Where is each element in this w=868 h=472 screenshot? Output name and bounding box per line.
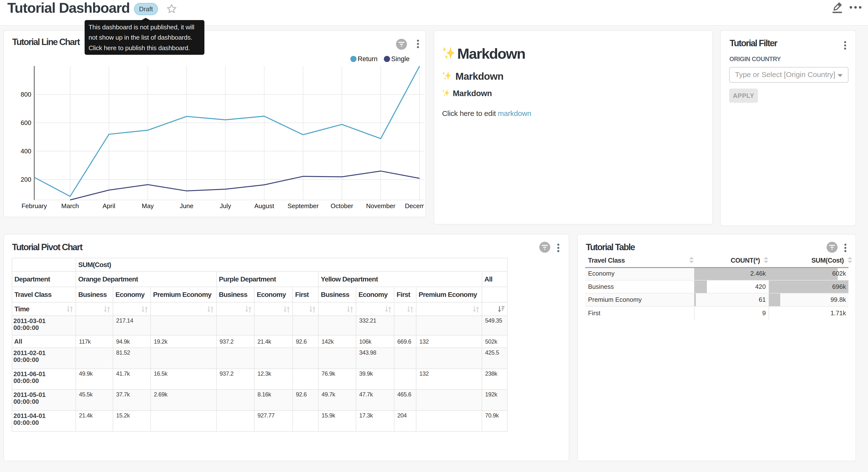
svg-text:September: September (287, 202, 319, 210)
svg-text:July: July (220, 202, 231, 210)
svg-text:June: June (180, 202, 193, 210)
svg-text:200: 200 (21, 176, 31, 183)
svg-text:April: April (102, 202, 115, 210)
svg-text:March: March (61, 202, 79, 210)
svg-text:Single: Single (391, 55, 409, 63)
svg-text:800: 800 (21, 91, 31, 98)
svg-text:Return: Return (358, 55, 377, 63)
svg-text:May: May (142, 202, 154, 210)
svg-text:February: February (22, 202, 47, 210)
svg-text:600: 600 (21, 119, 31, 126)
svg-text:October: October (331, 202, 353, 210)
svg-text:August: August (254, 202, 274, 210)
svg-text:December: December (405, 202, 424, 210)
svg-text:November: November (366, 202, 395, 210)
svg-text:400: 400 (21, 147, 31, 155)
